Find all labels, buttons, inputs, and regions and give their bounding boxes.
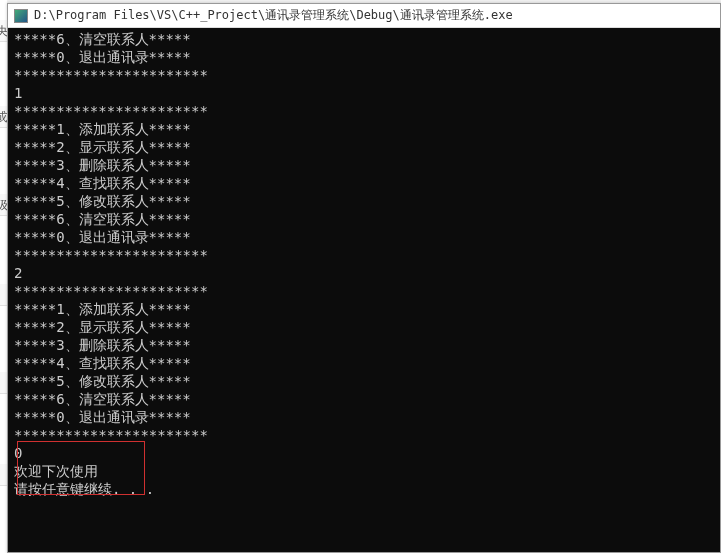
background-crumbs: 央管戓名级机理心星 (0, 0, 7, 553)
console-window: D:\Program Files\VS\C++_Project\通讯录管理系统\… (7, 3, 721, 553)
console-output[interactable]: *****6、清空联系人***** *****0、退出通讯录***** ****… (8, 28, 720, 552)
titlebar[interactable]: D:\Program Files\VS\C++_Project\通讯录管理系统\… (8, 4, 720, 28)
window-title: D:\Program Files\VS\C++_Project\通讯录管理系统\… (34, 7, 513, 24)
app-icon (14, 9, 28, 23)
